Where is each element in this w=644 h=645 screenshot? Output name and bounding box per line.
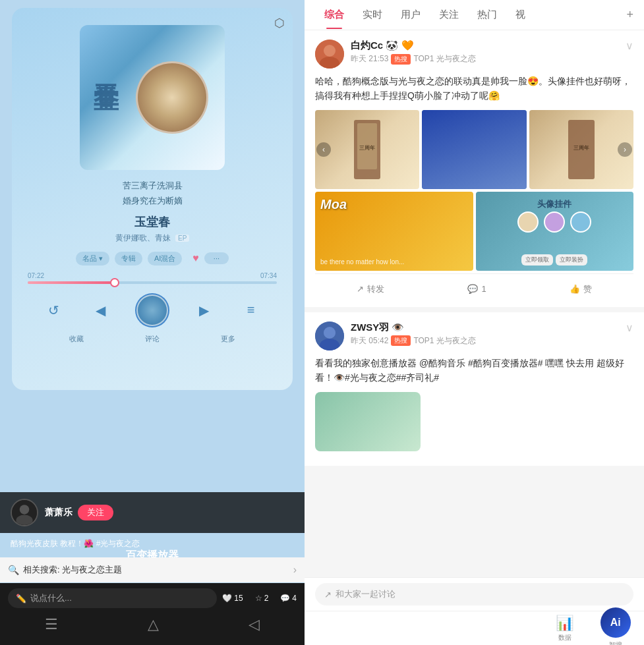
- post-image-1c: 三周年 ›: [529, 110, 633, 189]
- controls-row1: 名品 ▾ 专辑 AI混合 ♥ ···: [22, 252, 282, 266]
- search-arrow-icon: ›: [293, 564, 297, 576]
- pill-ai[interactable]: AI混合: [148, 252, 182, 266]
- search-icon: 🔍: [8, 565, 19, 575]
- repost-button-1[interactable]: ↗ 转发: [349, 281, 392, 298]
- list-button[interactable]: ≡: [239, 298, 263, 322]
- progress-area: 07:22 07:34: [28, 272, 277, 284]
- comment-icon-1: 💬: [467, 284, 478, 294]
- star-action[interactable]: ☆ 2: [255, 594, 269, 603]
- lyrics-line2: 婚身究在为断嫡: [22, 193, 282, 208]
- feed-scroll[interactable]: 白灼Cc 🐼 🧡 昨天 21:53 热搜 TOP1 光与夜之恋 ∨ 哈哈，酷狗概…: [305, 30, 644, 577]
- tab-bar: 综合 实时 用户 关注 热门 视 +: [305, 0, 644, 30]
- nav-back-icon[interactable]: ◁: [249, 616, 260, 633]
- comment-button-1[interactable]: 💬 1: [459, 281, 494, 296]
- tab-comprehensive[interactable]: 综合: [315, 1, 353, 29]
- lyrics-line1: 苦三离子洗洞县: [22, 178, 282, 193]
- tab-follow[interactable]: 关注: [430, 1, 468, 29]
- post-image-1b: [422, 110, 526, 189]
- post-content-2: 看看我的独家创意播放器 @酷狗音乐 #酷狗百变播放器# 嘿嘿 快去用 超级好看！…: [315, 356, 633, 385]
- tab-realtime[interactable]: 实时: [353, 1, 392, 29]
- hot-tag-2: 热搜: [391, 335, 411, 346]
- song-name: 玉堂春: [22, 214, 282, 230]
- progress-thumb[interactable]: [110, 278, 119, 287]
- data-icon: 📊: [556, 615, 573, 632]
- player-controls: ↺ ◀ ▶ ≡: [22, 293, 282, 327]
- like-action[interactable]: 🤍 15: [222, 594, 243, 603]
- bottom-nav: ☰ △ ◁: [0, 613, 305, 638]
- tab-hot[interactable]: 热门: [468, 1, 506, 29]
- artist-tag: EP: [175, 235, 189, 242]
- nav-ai[interactable]: Ai 智搜: [600, 607, 631, 646]
- comment-placeholder: 说点什么...: [30, 592, 72, 604]
- post-caption: 酷狗光夜皮肤 教程！🌺 #光与夜之恋: [11, 538, 140, 549]
- search-text: 相关搜索: 光与夜之恋主题: [23, 564, 289, 576]
- discuss-input[interactable]: ↗ 和大家一起讨论: [315, 583, 633, 605]
- more-button[interactable]: 更多: [221, 334, 235, 344]
- svg-point-4: [324, 45, 336, 57]
- prev-button[interactable]: ◀: [88, 298, 112, 322]
- post-username-2: ZWSY羽 👁️: [351, 322, 619, 334]
- comment-action[interactable]: 💬 4: [280, 594, 297, 603]
- like-button-1[interactable]: 👍 赞: [562, 281, 600, 298]
- next-button[interactable]: ▶: [192, 298, 216, 322]
- svg-point-12: [324, 327, 336, 339]
- user-bar: 萧萧乐 关注: [0, 492, 305, 533]
- post-thumbnail-2: [315, 392, 421, 451]
- action-row: 收藏 评论 更多: [22, 334, 282, 344]
- discuss-icon: ↗: [324, 590, 332, 600]
- post-header-1: 白灼Cc 🐼 🧡 昨天 21:53 热搜 TOP1 光与夜之恋 ∨: [315, 40, 633, 69]
- tab-add-icon[interactable]: +: [626, 8, 633, 22]
- post-header-2: ZWSY羽 👁️ 昨天 05:42 热搜 TOP1 光与夜之恋 ∨: [315, 322, 633, 351]
- post-image-1d: Moa be there no matter how lon...: [315, 192, 473, 271]
- shuffle-button[interactable]: ↺: [42, 298, 65, 322]
- follow-button[interactable]: 关注: [78, 505, 113, 520]
- post-avatar-2[interactable]: [315, 322, 344, 351]
- external-link-icon[interactable]: ⬡: [274, 16, 285, 30]
- nav-home-icon[interactable]: △: [148, 616, 159, 633]
- nav-menu-icon[interactable]: ☰: [45, 616, 58, 633]
- heart-icon[interactable]: ♥: [192, 252, 199, 264]
- post-topic-2: TOP1 光与夜之恋: [413, 335, 475, 347]
- ai-label: 智搜: [609, 640, 622, 646]
- discuss-placeholder: 和大家一起讨论: [336, 588, 395, 600]
- img-arrow-left-1[interactable]: ‹: [316, 142, 331, 157]
- progress-times: 07:22 07:34: [28, 272, 277, 279]
- svg-text:三周年: 三周年: [573, 145, 589, 151]
- post-username-1: 白灼Cc 🐼 🧡: [351, 40, 619, 52]
- pill-pinpin[interactable]: 名品 ▾: [76, 252, 109, 266]
- pill-album[interactable]: 专辑: [115, 252, 142, 266]
- post-avatar-1[interactable]: [315, 40, 344, 69]
- time-total: 07:34: [260, 272, 277, 279]
- post-content-1: 哈哈，酷狗概念版与光与夜之恋的联动真是帅我一脸😍。头像挂件也好萌呀，搞得我有种想…: [315, 74, 633, 103]
- post-chevron-1[interactable]: ∨: [626, 40, 633, 52]
- play-button[interactable]: [135, 293, 169, 327]
- post-user-info-2: ZWSY羽 👁️ 昨天 05:42 热搜 TOP1 光与夜之恋: [351, 322, 619, 347]
- progress-bar[interactable]: [28, 281, 277, 284]
- svg-text:三周年: 三周年: [359, 145, 375, 151]
- search-bar[interactable]: 🔍 相关搜索: 光与夜之恋主题 ›: [0, 557, 305, 582]
- comment-input[interactable]: ✏️ 说点什么...: [8, 588, 217, 608]
- data-label: 数据: [558, 633, 571, 642]
- post-topic-1: TOP1 光与夜之恋: [413, 53, 475, 65]
- post-chevron-2[interactable]: ∨: [626, 322, 633, 334]
- post-meta-1: 昨天 21:53 热搜 TOP1 光与夜之恋: [351, 53, 619, 65]
- collect-button[interactable]: 收藏: [69, 334, 84, 344]
- post-card-1: 白灼Cc 🐼 🧡 昨天 21:53 热搜 TOP1 光与夜之恋 ∨ 哈哈，酷狗概…: [305, 30, 644, 307]
- post-time-1: 昨天 21:53: [351, 53, 388, 65]
- tab-video[interactable]: 视: [506, 1, 535, 29]
- post-card-2: ZWSY羽 👁️ 昨天 05:42 热搜 TOP1 光与夜之恋 ∨ 看看我的独家…: [305, 312, 644, 466]
- comment-button[interactable]: 评论: [145, 334, 160, 344]
- user-name-follow: 萧萧乐 关注: [45, 505, 294, 520]
- album-art: 玉堂春: [80, 25, 225, 170]
- like-count: 15: [234, 594, 243, 603]
- tab-users[interactable]: 用户: [392, 1, 430, 29]
- music-card: ⬡ 玉堂春 苦三离子洗洞县 婚身究在为断嫡 玉堂春 黄伊娜歌、青妹 EP 名品 …: [12, 8, 293, 390]
- nav-data[interactable]: 📊 数据: [556, 615, 573, 642]
- post-meta-2: 昨天 05:42 热搜 TOP1 光与夜之恋: [351, 335, 619, 347]
- user-avatar: [11, 499, 38, 526]
- img-arrow-right-1[interactable]: ›: [618, 142, 632, 157]
- post-image-1e: 头像挂件 立即领取 立即装扮: [476, 192, 634, 271]
- discuss-bar: ↗ 和大家一起讨论: [305, 577, 644, 611]
- post-images-1: 三周年 ‹ 三周年: [315, 110, 633, 271]
- download-pill[interactable]: ···: [204, 252, 229, 264]
